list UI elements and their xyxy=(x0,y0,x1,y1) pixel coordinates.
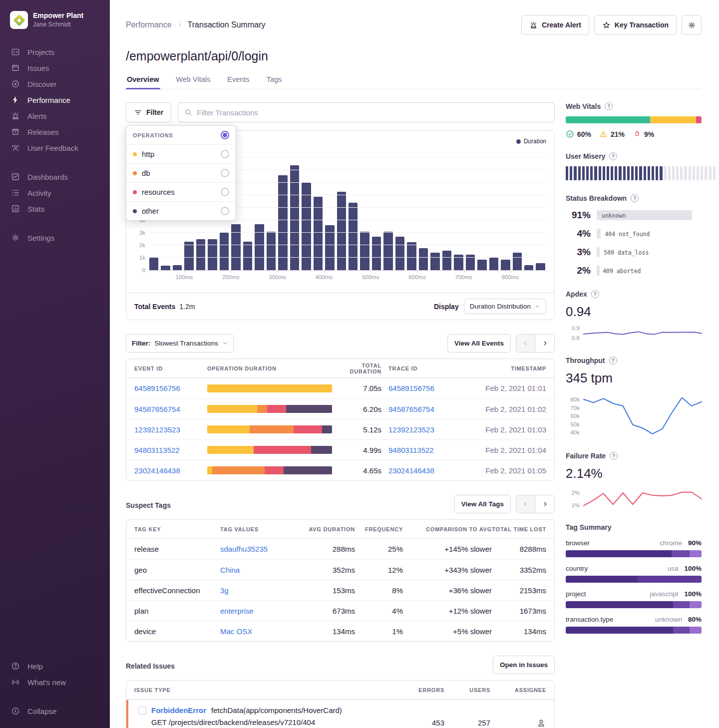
histogram-bar[interactable] xyxy=(184,242,193,271)
histogram-bar[interactable] xyxy=(407,242,416,270)
event-id-link[interactable]: 94803113522 xyxy=(134,446,180,454)
tags-prev-button[interactable] xyxy=(516,495,535,513)
search-input[interactable] xyxy=(197,108,548,117)
events-filter-select[interactable]: Filter: Slowest Transactions xyxy=(126,334,234,353)
operation-filter-item-other[interactable]: other xyxy=(126,201,236,220)
issue-checkbox[interactable] xyxy=(138,707,146,715)
view-all-tags-button[interactable]: View All Tags xyxy=(454,495,511,513)
chevron-right-icon xyxy=(542,340,548,347)
settings-button[interactable] xyxy=(682,15,702,35)
event-id-link[interactable]: 23024146438 xyxy=(134,466,180,475)
help-circle-icon[interactable]: ? xyxy=(610,452,618,460)
events-prev-button[interactable] xyxy=(516,335,535,352)
operation-filter-item-db[interactable]: db xyxy=(126,163,236,182)
histogram-bar[interactable] xyxy=(489,258,498,270)
histogram-bar[interactable] xyxy=(419,248,428,270)
org-switcher[interactable]: Empower Plant Jane Schmidt xyxy=(0,9,110,33)
histogram-bar[interactable] xyxy=(501,260,510,270)
histogram-bar[interactable] xyxy=(383,232,392,271)
sidebar-item-whats-new[interactable]: What's new xyxy=(0,674,110,690)
tab-overview[interactable]: Overview xyxy=(126,75,160,89)
help-circle-icon[interactable]: ? xyxy=(609,357,617,364)
trace-id-link[interactable]: 94587656754 xyxy=(388,405,434,413)
histogram-bar[interactable] xyxy=(149,258,158,270)
histogram-bar[interactable] xyxy=(430,253,439,270)
suspect-tag-value-link[interactable]: sdaufhu35235 xyxy=(220,545,268,553)
sparkline-tick: 1% xyxy=(571,502,580,508)
histogram-bar[interactable] xyxy=(442,251,451,270)
event-id-link[interactable]: 94587656754 xyxy=(134,405,180,413)
sidebar-item-discover[interactable]: Discover xyxy=(0,76,110,92)
help-circle-icon[interactable]: ? xyxy=(591,290,599,298)
operation-radio[interactable] xyxy=(221,188,229,196)
histogram-bar[interactable] xyxy=(255,224,264,271)
trace-id-link[interactable]: 23024146438 xyxy=(388,466,434,475)
help-circle-icon[interactable]: ? xyxy=(609,152,617,160)
trace-id-link[interactable]: 64589156756 xyxy=(388,384,434,392)
histogram-bar[interactable] xyxy=(278,175,287,270)
sidebar-item-dashboards[interactable]: Dashboards xyxy=(0,169,110,185)
tab-web-vitals[interactable]: Web Vitals xyxy=(175,75,212,89)
sidebar-item-stats[interactable]: Stats xyxy=(0,201,110,217)
sidebar-item-performance[interactable]: Performance xyxy=(0,92,110,108)
histogram-bar[interactable] xyxy=(220,233,229,270)
sidebar-item-settings[interactable]: Settings xyxy=(0,230,110,246)
histogram-bar[interactable] xyxy=(536,263,545,270)
histogram-bar[interactable] xyxy=(524,265,533,270)
open-in-issues-button[interactable]: Open in Issues xyxy=(493,656,555,674)
suspect-tag-value-link[interactable]: China xyxy=(220,566,240,574)
operation-radio[interactable] xyxy=(221,169,229,177)
histogram-bar[interactable] xyxy=(337,192,346,271)
histogram-bar[interactable] xyxy=(196,239,205,271)
histogram-bar[interactable] xyxy=(395,237,404,271)
event-id-link[interactable]: 12392123523 xyxy=(134,425,180,434)
histogram-bar[interactable] xyxy=(513,253,522,270)
filter-lines-icon xyxy=(134,108,142,117)
suspect-tag-value-link[interactable]: 3g xyxy=(220,586,229,595)
tags-next-button[interactable] xyxy=(535,495,554,513)
suspect-tag-value-link[interactable]: Mac OSX xyxy=(220,627,252,636)
histogram-bar[interactable] xyxy=(231,224,240,271)
assignee-person-icon[interactable] xyxy=(536,718,546,728)
trace-id-link[interactable]: 94803113522 xyxy=(388,446,434,454)
display-select[interactable]: Duration Distribution xyxy=(464,299,546,314)
suspect-tag-value-link[interactable]: enterprise xyxy=(220,607,254,615)
tab-tags[interactable]: Tags xyxy=(266,75,283,89)
tab-events[interactable]: Events xyxy=(226,75,250,89)
histogram-bar[interactable] xyxy=(360,232,369,271)
histogram-bar[interactable] xyxy=(267,232,276,271)
sidebar-item-user-feedback[interactable]: User Feedback xyxy=(0,140,110,156)
issue-type-link[interactable]: ForbiddenError xyxy=(151,706,206,715)
histogram-bar[interactable] xyxy=(161,266,170,270)
histogram-bar[interactable] xyxy=(173,265,182,270)
breadcrumb-performance[interactable]: Performance xyxy=(126,20,172,29)
key-transaction-button[interactable]: Key Transaction xyxy=(594,15,677,35)
histogram-bar[interactable] xyxy=(372,237,381,271)
sidebar-item-help[interactable]: Help xyxy=(0,658,110,674)
operation-filter-item-http[interactable]: http xyxy=(126,144,236,163)
histogram-bar[interactable] xyxy=(208,239,217,271)
operation-radio[interactable] xyxy=(221,207,229,215)
sidebar-item-activity[interactable]: Activity xyxy=(0,185,110,201)
sidebar-item-projects[interactable]: Projects xyxy=(0,44,110,60)
filter-button[interactable]: Filter xyxy=(126,102,171,122)
histogram-bar[interactable] xyxy=(477,260,486,270)
histogram-bar[interactable] xyxy=(349,203,358,270)
operations-all-radio[interactable] xyxy=(221,131,229,139)
help-circle-icon[interactable]: ? xyxy=(631,194,639,202)
sidebar-item-releases[interactable]: Releases xyxy=(0,124,110,140)
trace-id-link[interactable]: 12392123523 xyxy=(388,425,434,434)
event-id-link[interactable]: 64589156756 xyxy=(134,384,180,392)
histogram-bar[interactable] xyxy=(290,165,299,270)
sidebar-item-alerts[interactable]: Alerts xyxy=(0,108,110,124)
histogram-bar[interactable] xyxy=(243,242,252,271)
sidebar-item-issues[interactable]: Issues xyxy=(0,60,110,76)
operation-radio[interactable] xyxy=(221,150,229,158)
sidebar-item-collapse[interactable]: Collapse xyxy=(0,703,110,719)
help-circle-icon[interactable]: ? xyxy=(605,102,613,110)
create-alert-button[interactable]: Create Alert xyxy=(521,15,589,35)
events-next-button[interactable] xyxy=(535,335,554,352)
view-all-tags-label: View All Tags xyxy=(461,500,504,508)
view-all-events-button[interactable]: View All Events xyxy=(447,334,511,353)
operation-filter-item-resources[interactable]: resources xyxy=(126,182,236,201)
